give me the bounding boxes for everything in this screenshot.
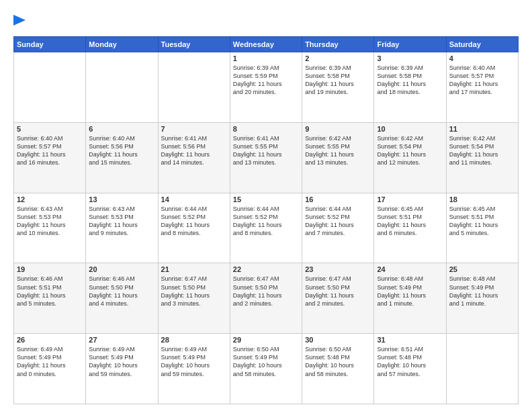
- day-cell-18: 18Sunrise: 6:45 AMSunset: 5:51 PMDayligh…: [446, 193, 518, 263]
- day-info: Sunrise: 6:43 AMSunset: 5:53 PMDaylight:…: [17, 205, 83, 238]
- day-cell-10: 10Sunrise: 6:42 AMSunset: 5:54 PMDayligh…: [374, 122, 446, 193]
- day-info: Sunrise: 6:45 AMSunset: 5:51 PMDaylight:…: [449, 205, 515, 238]
- day-number: 30: [305, 336, 371, 344]
- day-number: 24: [377, 265, 443, 273]
- empty-cell: [158, 52, 230, 123]
- weekday-header-saturday: Saturday: [446, 37, 518, 52]
- day-number: 8: [233, 125, 299, 133]
- day-info: Sunrise: 6:39 AMSunset: 5:58 PMDaylight:…: [305, 64, 371, 97]
- day-number: 1: [233, 54, 299, 62]
- weekday-header-friday: Friday: [374, 37, 446, 52]
- day-number: 17: [377, 195, 443, 203]
- day-number: 11: [449, 125, 515, 133]
- weekday-header-tuesday: Tuesday: [158, 37, 230, 52]
- logo-arrow-icon: [13, 11, 26, 30]
- day-number: 9: [305, 125, 371, 133]
- day-number: 12: [17, 195, 83, 203]
- day-cell-12: 12Sunrise: 6:43 AMSunset: 5:53 PMDayligh…: [14, 193, 86, 263]
- day-cell-3: 3Sunrise: 6:39 AMSunset: 5:58 PMDaylight…: [374, 52, 446, 123]
- day-cell-31: 31Sunrise: 6:51 AMSunset: 5:48 PMDayligh…: [374, 334, 446, 404]
- day-number: 7: [161, 125, 227, 133]
- day-number: 15: [233, 195, 299, 203]
- week-row-2: 5Sunrise: 6:40 AMSunset: 5:57 PMDaylight…: [14, 122, 519, 193]
- day-info: Sunrise: 6:46 AMSunset: 5:50 PMDaylight:…: [89, 275, 154, 308]
- page: SundayMondayTuesdayWednesdayThursdayFrid…: [0, 0, 532, 411]
- day-cell-15: 15Sunrise: 6:44 AMSunset: 5:52 PMDayligh…: [230, 193, 302, 263]
- day-info: Sunrise: 6:47 AMSunset: 5:50 PMDaylight:…: [305, 275, 371, 308]
- day-number: 10: [377, 125, 443, 133]
- day-info: Sunrise: 6:47 AMSunset: 5:50 PMDaylight:…: [161, 275, 227, 308]
- day-cell-11: 11Sunrise: 6:42 AMSunset: 5:54 PMDayligh…: [446, 122, 518, 193]
- day-cell-29: 29Sunrise: 6:50 AMSunset: 5:49 PMDayligh…: [230, 334, 302, 404]
- day-info: Sunrise: 6:40 AMSunset: 5:57 PMDaylight:…: [17, 134, 83, 167]
- day-info: Sunrise: 6:42 AMSunset: 5:55 PMDaylight:…: [305, 134, 371, 167]
- weekday-header-thursday: Thursday: [302, 37, 374, 52]
- week-row-3: 12Sunrise: 6:43 AMSunset: 5:53 PMDayligh…: [14, 193, 519, 263]
- day-info: Sunrise: 6:42 AMSunset: 5:54 PMDaylight:…: [377, 134, 443, 167]
- day-cell-9: 9Sunrise: 6:42 AMSunset: 5:55 PMDaylight…: [302, 122, 374, 193]
- weekday-header-wednesday: Wednesday: [230, 37, 302, 52]
- weekday-header-monday: Monday: [86, 37, 158, 52]
- day-number: 20: [89, 265, 154, 273]
- day-info: Sunrise: 6:44 AMSunset: 5:52 PMDaylight:…: [305, 205, 371, 238]
- day-cell-7: 7Sunrise: 6:41 AMSunset: 5:56 PMDaylight…: [158, 122, 230, 193]
- calendar-table: SundayMondayTuesdayWednesdayThursdayFrid…: [13, 36, 519, 404]
- day-info: Sunrise: 6:41 AMSunset: 5:56 PMDaylight:…: [161, 134, 227, 167]
- day-cell-16: 16Sunrise: 6:44 AMSunset: 5:52 PMDayligh…: [302, 193, 374, 263]
- day-info: Sunrise: 6:51 AMSunset: 5:48 PMDaylight:…: [377, 345, 443, 378]
- day-cell-30: 30Sunrise: 6:50 AMSunset: 5:48 PMDayligh…: [302, 334, 374, 404]
- day-number: 5: [17, 125, 83, 133]
- day-number: 28: [161, 336, 227, 344]
- week-row-4: 19Sunrise: 6:46 AMSunset: 5:51 PMDayligh…: [14, 263, 519, 334]
- week-row-5: 26Sunrise: 6:49 AMSunset: 5:49 PMDayligh…: [14, 334, 519, 404]
- day-number: 4: [449, 54, 515, 62]
- day-cell-1: 1Sunrise: 6:39 AMSunset: 5:59 PMDaylight…: [230, 52, 302, 123]
- day-cell-17: 17Sunrise: 6:45 AMSunset: 5:51 PMDayligh…: [374, 193, 446, 263]
- day-info: Sunrise: 6:50 AMSunset: 5:49 PMDaylight:…: [233, 345, 299, 378]
- day-info: Sunrise: 6:42 AMSunset: 5:54 PMDaylight:…: [449, 134, 515, 167]
- day-number: 18: [449, 195, 515, 203]
- day-number: 27: [89, 336, 154, 344]
- logo: [13, 11, 28, 30]
- empty-cell: [86, 52, 158, 123]
- day-info: Sunrise: 6:47 AMSunset: 5:50 PMDaylight:…: [233, 275, 299, 308]
- svg-marker-0: [13, 15, 26, 26]
- weekday-header-sunday: Sunday: [14, 37, 86, 52]
- day-cell-5: 5Sunrise: 6:40 AMSunset: 5:57 PMDaylight…: [14, 122, 86, 193]
- day-number: 23: [305, 265, 371, 273]
- empty-cell: [446, 334, 518, 404]
- day-number: 26: [17, 336, 83, 344]
- day-cell-21: 21Sunrise: 6:47 AMSunset: 5:50 PMDayligh…: [158, 263, 230, 334]
- day-cell-19: 19Sunrise: 6:46 AMSunset: 5:51 PMDayligh…: [14, 263, 86, 334]
- day-number: 16: [305, 195, 371, 203]
- day-info: Sunrise: 6:48 AMSunset: 5:49 PMDaylight:…: [449, 275, 515, 308]
- day-info: Sunrise: 6:49 AMSunset: 5:49 PMDaylight:…: [17, 345, 83, 378]
- weekday-header-row: SundayMondayTuesdayWednesdayThursdayFrid…: [14, 37, 519, 52]
- day-number: 19: [17, 265, 83, 273]
- day-info: Sunrise: 6:40 AMSunset: 5:57 PMDaylight:…: [449, 64, 515, 97]
- day-info: Sunrise: 6:43 AMSunset: 5:53 PMDaylight:…: [89, 205, 154, 238]
- day-number: 31: [377, 336, 443, 344]
- empty-cell: [14, 52, 86, 123]
- day-cell-20: 20Sunrise: 6:46 AMSunset: 5:50 PMDayligh…: [86, 263, 158, 334]
- day-info: Sunrise: 6:45 AMSunset: 5:51 PMDaylight:…: [377, 205, 443, 238]
- day-info: Sunrise: 6:44 AMSunset: 5:52 PMDaylight:…: [161, 205, 227, 238]
- day-number: 3: [377, 54, 443, 62]
- day-number: 14: [161, 195, 227, 203]
- day-info: Sunrise: 6:40 AMSunset: 5:56 PMDaylight:…: [89, 134, 154, 167]
- day-info: Sunrise: 6:39 AMSunset: 5:59 PMDaylight:…: [233, 64, 299, 97]
- day-info: Sunrise: 6:50 AMSunset: 5:48 PMDaylight:…: [305, 345, 371, 378]
- day-cell-2: 2Sunrise: 6:39 AMSunset: 5:58 PMDaylight…: [302, 52, 374, 123]
- day-cell-28: 28Sunrise: 6:49 AMSunset: 5:49 PMDayligh…: [158, 334, 230, 404]
- day-number: 25: [449, 265, 515, 273]
- day-info: Sunrise: 6:48 AMSunset: 5:49 PMDaylight:…: [377, 275, 443, 308]
- day-number: 29: [233, 336, 299, 344]
- day-cell-24: 24Sunrise: 6:48 AMSunset: 5:49 PMDayligh…: [374, 263, 446, 334]
- day-cell-23: 23Sunrise: 6:47 AMSunset: 5:50 PMDayligh…: [302, 263, 374, 334]
- day-cell-14: 14Sunrise: 6:44 AMSunset: 5:52 PMDayligh…: [158, 193, 230, 263]
- day-cell-6: 6Sunrise: 6:40 AMSunset: 5:56 PMDaylight…: [86, 122, 158, 193]
- day-info: Sunrise: 6:49 AMSunset: 5:49 PMDaylight:…: [161, 345, 227, 378]
- day-cell-4: 4Sunrise: 6:40 AMSunset: 5:57 PMDaylight…: [446, 52, 518, 123]
- day-info: Sunrise: 6:41 AMSunset: 5:55 PMDaylight:…: [233, 134, 299, 167]
- day-info: Sunrise: 6:39 AMSunset: 5:58 PMDaylight:…: [377, 64, 443, 97]
